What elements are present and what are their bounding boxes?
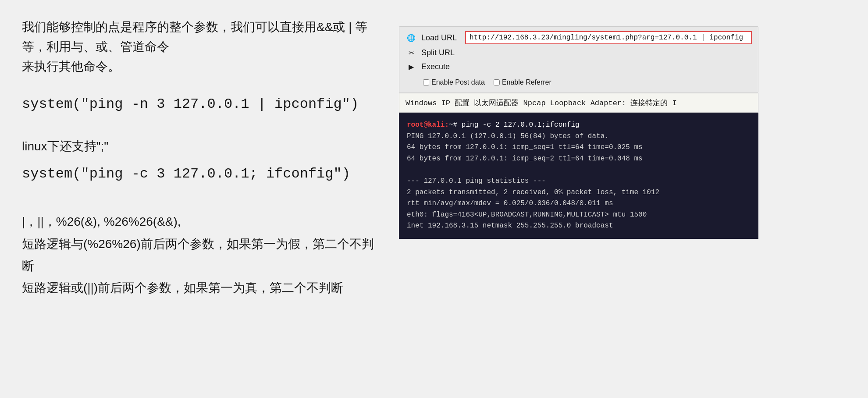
terminal-line-5: 2 packets transmitted, 2 received, 0% pa… xyxy=(407,187,751,199)
split-url-row: ✂ Split URL xyxy=(406,47,752,58)
left-column: 我们能够控制的点是程序的整个参数，我们可以直接用&&或 | 等等，利用与、或、管… xyxy=(22,18,381,299)
terminal-line-2: 64 bytes from 127.0.0.1: icmp_seq=2 ttl=… xyxy=(407,153,751,165)
intro-text: 我们能够控制的点是程序的整个参数，我们可以直接用&&或 | 等等，利用与、或、管… xyxy=(22,18,381,76)
terminal-line-8: inet 192.168.3.15 netmask 255.255.255.0 … xyxy=(407,220,751,232)
ip-result-panel: Windows IP 配置 以太网适配器 Npcap Loopback Adap… xyxy=(399,93,758,113)
execute-row: ▶ Execute xyxy=(406,61,752,72)
play-icon: ▶ xyxy=(406,61,417,72)
code-block-1: system("ping -n 3 127.0.0.1 | ipconfig") xyxy=(22,94,381,115)
terminal-line-3 xyxy=(407,164,751,176)
globe-icon: 🌐 xyxy=(406,32,417,43)
execute-label: Execute xyxy=(421,62,461,71)
main-container: 我们能够控制的点是程序的整个参数，我们可以直接用&&或 | 等等，利用与、或、管… xyxy=(22,18,846,299)
terminal-line-0: PING 127.0.0.1 (127.0.0.1) 56(84) bytes … xyxy=(407,131,751,142)
code-block-2: system("ping -c 3 127.0.0.1; ifconfig") xyxy=(22,163,381,185)
terminal-line-4: --- 127.0.0.1 ping statistics --- xyxy=(407,176,751,187)
linux-label-1: linux下还支持";" xyxy=(22,137,381,156)
terminal-line-6: rtt min/avg/max/mdev = 0.025/0.036/0.048… xyxy=(407,198,751,210)
enable-post-label[interactable]: Enable Post data xyxy=(423,78,485,86)
terminal-panel: root@kali:~# ping -c 2 127.0.0.1;ifconfi… xyxy=(399,113,758,239)
split-url-label: Split URL xyxy=(421,48,461,57)
load-url-label: Load URL xyxy=(421,33,461,43)
enable-post-checkbox[interactable] xyxy=(423,79,429,85)
right-column: 🌐 Load URL ✂ Split URL ▶ Execute xyxy=(399,26,758,239)
linux-section: linux下还支持";" system("ping -c 3 127.0.0.1… xyxy=(22,137,381,185)
terminal-command-line: root@kali:~# ping -c 2 127.0.0.1;ifconfi… xyxy=(407,120,751,131)
url-input[interactable] xyxy=(465,31,752,44)
bottom-text: |，||，%26(&), %26%26(&&), 短路逻辑与(%26%26)前后… xyxy=(22,211,381,299)
tool-panel: 🌐 Load URL ✂ Split URL ▶ Execute xyxy=(399,26,758,93)
enable-referrer-checkbox[interactable] xyxy=(494,79,500,85)
options-row: Enable Post data Enable Referrer xyxy=(406,75,752,88)
terminal-prompt: root@kali: xyxy=(407,121,449,129)
ip-result-text: Windows IP 配置 以太网适配器 Npcap Loopback Adap… xyxy=(406,99,677,107)
scissors-icon: ✂ xyxy=(406,47,417,58)
terminal-line-7: eth0: flags=4163<UP,BROADCAST,RUNNING,MU… xyxy=(407,210,751,221)
enable-referrer-label[interactable]: Enable Referrer xyxy=(494,78,551,86)
load-url-row: 🌐 Load URL xyxy=(406,31,752,44)
bottom-line-2: 短路逻辑与(%26%26)前后两个参数，如果第一为假，第二个不判断 xyxy=(22,233,381,277)
terminal-line-1: 64 bytes from 127.0.0.1: icmp_seq=1 ttl=… xyxy=(407,142,751,153)
bottom-line-3: 短路逻辑或(||)前后两个参数，如果第一为真，第二个不判断 xyxy=(22,277,381,299)
bottom-line-1: |，||，%26(&), %26%26(&&), xyxy=(22,211,381,233)
terminal-command: ~# ping -c 2 127.0.0.1;ifconfig xyxy=(449,121,580,129)
